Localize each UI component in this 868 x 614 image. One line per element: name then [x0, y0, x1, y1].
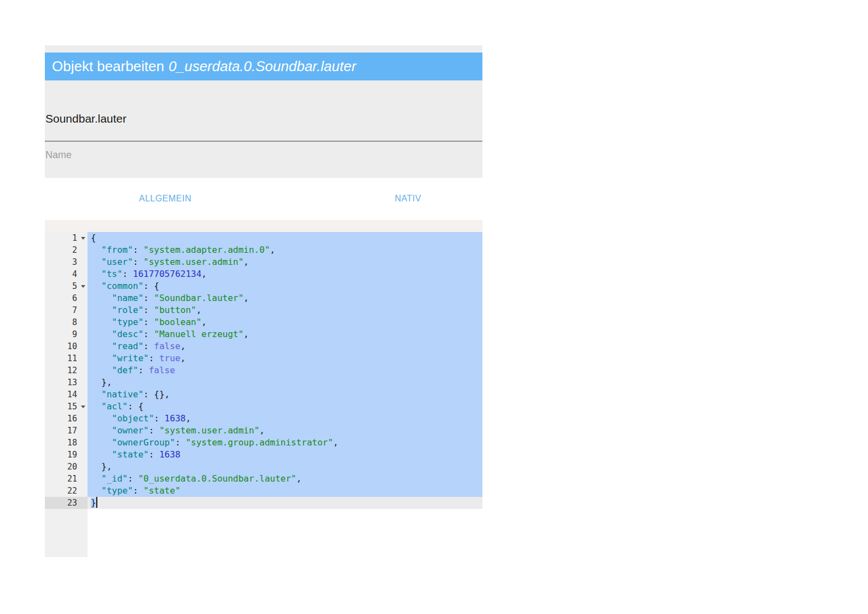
code-token: "type"	[101, 485, 133, 496]
code-token: "system.user.admin"	[159, 425, 259, 436]
code-token: "user"	[101, 257, 133, 267]
tab-nativ[interactable]: NATIV	[395, 194, 421, 204]
editor-top-padding	[45, 220, 482, 232]
name-input[interactable]: Name	[45, 149, 72, 161]
object-id-field[interactable]: Soundbar.lauter	[45, 112, 126, 125]
code-token: "state"	[112, 449, 149, 460]
code-token: :	[123, 269, 133, 279]
code-token	[91, 401, 101, 412]
code-line[interactable]: "acl": {	[88, 401, 482, 413]
code-token: "desc"	[112, 329, 144, 339]
code-line[interactable]: "write": true,	[88, 352, 482, 364]
code-token	[91, 449, 112, 460]
code-line[interactable]: },	[88, 376, 482, 389]
code-token: :	[133, 257, 143, 267]
code-token	[91, 281, 101, 291]
code-line[interactable]: "ts": 1617705762134,	[88, 268, 482, 280]
gutter-line-number: 8	[45, 316, 88, 328]
fold-arrow-icon[interactable]	[81, 285, 85, 288]
code-token: "from"	[101, 245, 133, 255]
code-line[interactable]: "native": {},	[88, 389, 482, 401]
code-line[interactable]: "role": "button",	[88, 304, 482, 316]
gutter-line-number: 19	[45, 449, 88, 461]
gutter-line-number: 10	[45, 340, 88, 352]
code-token: false	[149, 365, 175, 375]
code-token: "system.user.admin"	[143, 257, 243, 267]
code-token	[91, 425, 112, 436]
code-line[interactable]: "def": false	[88, 364, 482, 376]
code-line[interactable]: "owner": "system.user.admin",	[88, 425, 482, 437]
code-token	[91, 389, 101, 399]
code-line[interactable]: "common": {	[88, 280, 482, 292]
code-token	[91, 437, 112, 448]
code-token: :	[149, 449, 159, 460]
code-token	[91, 245, 101, 255]
tab-allgemein[interactable]: ALLGEMEIN	[139, 194, 191, 204]
code-line[interactable]: "type": "state"	[88, 485, 482, 497]
editor-gutter: 1234567891011121314151617181920212223	[45, 232, 88, 557]
code-line[interactable]: "object": 1638,	[88, 413, 482, 425]
code-token: ,	[196, 305, 202, 315]
code-line[interactable]: "_id": "0_userdata.0.Soundbar.lauter",	[88, 473, 482, 485]
code-token: :	[127, 473, 138, 484]
code-token: : {},	[143, 389, 170, 399]
code-token: "ownerGroup"	[112, 437, 176, 448]
code-line[interactable]: {	[88, 232, 482, 244]
code-token: ,	[296, 473, 302, 484]
code-token: "Soundbar.lauter"	[154, 293, 244, 303]
code-token: : {	[143, 281, 159, 291]
code-token: :	[143, 293, 154, 303]
gutter-line-number: 23	[45, 497, 88, 509]
code-token: "def"	[112, 365, 138, 375]
gutter-line-number: 18	[45, 437, 88, 449]
code-line[interactable]: "ownerGroup": "system.group.administrato…	[88, 437, 482, 449]
code-token: "0_userdata.0.Soundbar.lauter"	[138, 473, 296, 484]
fold-arrow-icon[interactable]	[81, 406, 85, 408]
id-underline	[45, 141, 482, 142]
gutter-line-number: 5	[45, 280, 88, 292]
gutter-line-number: 16	[45, 413, 88, 425]
code-token: ,	[201, 317, 207, 327]
code-line[interactable]: "from": "system.adapter.admin.0",	[88, 244, 482, 256]
code-token: 1638	[159, 449, 180, 460]
gutter-line-number: 13	[45, 376, 88, 389]
code-token: :	[154, 413, 165, 424]
code-token: "name"	[112, 293, 144, 303]
gutter-line-number: 14	[45, 389, 88, 401]
code-line[interactable]: "user": "system.user.admin",	[88, 256, 482, 268]
code-token: "boolean"	[154, 317, 202, 327]
code-line[interactable]: "state": 1638	[88, 449, 482, 461]
code-token: ,	[180, 341, 186, 351]
code-token	[91, 257, 101, 267]
code-token: ,	[243, 293, 249, 303]
code-token	[91, 365, 112, 375]
gutter-line-number: 4	[45, 268, 88, 280]
code-token: 1638	[165, 413, 186, 424]
code-token: "type"	[112, 317, 144, 327]
code-line[interactable]: "desc": "Manuell erzeugt",	[88, 328, 482, 340]
gutter-line-number: 2	[45, 244, 88, 256]
code-token: :	[175, 437, 185, 448]
text-cursor	[96, 497, 97, 508]
code-line[interactable]: }	[88, 497, 482, 509]
gutter-line-number: 22	[45, 485, 88, 497]
code-line[interactable]: "read": false,	[88, 340, 482, 352]
code-token: "system.adapter.admin.0"	[143, 245, 270, 255]
code-token: },	[91, 377, 112, 387]
code-token: : {	[127, 401, 143, 412]
code-token: "role"	[112, 305, 144, 315]
code-token: "Manuell erzeugt"	[154, 329, 244, 339]
json-editor[interactable]: 1234567891011121314151617181920212223 { …	[45, 220, 482, 557]
code-token	[91, 293, 112, 303]
gutter-line-number: 12	[45, 364, 88, 376]
code-line[interactable]: },	[88, 461, 482, 473]
code-token	[91, 473, 101, 484]
code-token: "common"	[101, 281, 143, 291]
gutter-line-number: 3	[45, 256, 88, 268]
editor-code-area[interactable]: { "from": "system.adapter.admin.0", "use…	[88, 232, 482, 557]
code-line[interactable]: "name": "Soundbar.lauter",	[88, 292, 482, 304]
code-token: {	[91, 233, 96, 243]
code-line[interactable]: "type": "boolean",	[88, 316, 482, 328]
fold-arrow-icon[interactable]	[81, 237, 85, 240]
gutter-line-number: 17	[45, 425, 88, 437]
